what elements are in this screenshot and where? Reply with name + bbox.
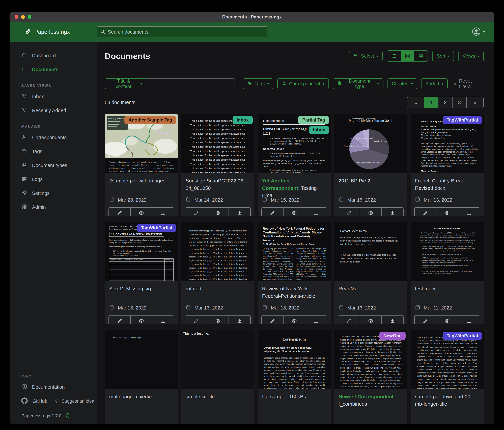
document-title[interactable]: file-sample_150kBs: [262, 393, 326, 400]
edit-button[interactable]: [185, 208, 207, 216]
edit-button[interactable]: [262, 316, 283, 324]
download-button[interactable]: [458, 208, 480, 216]
view-button[interactable]: [283, 208, 305, 216]
tag-badge[interactable]: NewOne: [379, 332, 405, 340]
download-button[interactable]: [152, 208, 174, 216]
pagination-next[interactable]: »: [466, 97, 483, 108]
sidebar-item-inbox[interactable]: Inbox: [9, 90, 97, 103]
info-circle-icon[interactable]: [66, 413, 71, 419]
document-title[interactable]: French Country Bread Revised.docx: [415, 177, 479, 192]
view-button[interactable]: [207, 208, 228, 216]
download-button[interactable]: [381, 316, 403, 324]
document-card[interactable]: This is a test file. simple txt file: [181, 330, 254, 424]
document-thumbnail[interactable]: Review of New York Federal Petitions for…: [258, 222, 331, 281]
document-title[interactable]: rotated: [186, 285, 250, 292]
document-thumbnail[interactable]: Lorem ipsumLorem ipsum dolor sit amet, c…: [258, 330, 331, 389]
zoom-window-button[interactable]: [28, 15, 31, 19]
document-title[interactable]: simple txt file: [186, 393, 250, 400]
download-button[interactable]: [381, 208, 403, 216]
view-button[interactable]: [207, 316, 228, 324]
document-card[interactable]: TagWithPartial Application for Medical S…: [105, 222, 178, 324]
document-card[interactable]: This is the text that appears on the fir…: [181, 222, 254, 324]
user-menu[interactable]: ▾: [472, 27, 495, 37]
edit-button[interactable]: [415, 208, 436, 216]
view-button[interactable]: [283, 316, 305, 324]
document-title[interactable]: Sec 11-Missing sig: [109, 285, 173, 292]
select-button[interactable]: Select▾: [349, 51, 383, 61]
tag-badge[interactable]: Inbox: [309, 126, 329, 134]
document-title[interactable]: Review-of-New-York-Federal-Petitions-art…: [262, 285, 326, 299]
list-view-button[interactable]: [387, 51, 401, 61]
correspondent-link[interactable]: Newest Correspondent: [339, 394, 394, 399]
edit-button[interactable]: [109, 208, 130, 216]
sidebar-item-github[interactable]: GitHub: [9, 394, 47, 408]
sidebar-item-admin[interactable]: Admin: [9, 200, 97, 214]
edit-button[interactable]: [338, 208, 360, 216]
view-button[interactable]: [360, 208, 381, 216]
edit-button[interactable]: [185, 316, 207, 324]
sidebar-item-logs[interactable]: Logs: [9, 172, 97, 186]
document-title[interactable]: multi-page-mixedxx: [109, 393, 173, 400]
correspondent-link[interactable]: Yet Another Correspondent: [262, 178, 298, 191]
created-filter-button[interactable]: Created▾: [387, 78, 417, 89]
tag-badge[interactable]: Inbox: [233, 116, 253, 124]
tag-badge[interactable]: Another Sample Tag: [124, 116, 176, 124]
pagination-prev[interactable]: «: [407, 97, 424, 108]
document-card[interactable]: Inbox This is a test for the double spac…: [181, 114, 254, 216]
document-card[interactable]: Partial TagInbox Release NotesSimba ODBC…: [258, 114, 331, 216]
sidebar-item-documents[interactable]: Documents: [9, 63, 97, 76]
sidebar-item-correspondents[interactable]: Correspondents: [9, 131, 97, 144]
tag-badge[interactable]: Partial Tag: [298, 116, 329, 124]
view-button[interactable]: [436, 208, 458, 216]
document-card[interactable]: Review of New York Federal Petitions for…: [258, 222, 331, 324]
view-button[interactable]: [130, 208, 152, 216]
document-title[interactable]: ReadMe: [339, 285, 403, 292]
edit-button[interactable]: [109, 316, 130, 324]
document-thumbnail[interactable]: This is the text that appears on the fir…: [181, 222, 254, 281]
app-brand[interactable]: Paperless-ngx: [9, 28, 97, 36]
document-card[interactable]: Patient BP Distribution 2011Normal, 151,…: [334, 114, 407, 216]
document-card[interactable]: Adobe Acrobat PDF FilesAdobe® Portable D…: [411, 222, 484, 324]
document-type-filter-button[interactable]: Document type▾: [333, 78, 383, 89]
edit-button[interactable]: [338, 316, 360, 324]
pagination-page-3[interactable]: 3: [452, 97, 466, 108]
sidebar-item-settings[interactable]: Settings: [9, 186, 97, 200]
download-button[interactable]: [305, 208, 327, 216]
document-card[interactable]: This is a multi page document. Page 1. m…: [105, 330, 178, 424]
download-button[interactable]: [228, 208, 250, 216]
document-title[interactable]: test_new: [415, 285, 479, 292]
minimize-window-button[interactable]: [21, 15, 25, 19]
sort-button[interactable]: Sort▾: [432, 51, 454, 61]
pagination-page-2[interactable]: 2: [438, 97, 452, 108]
tags-filter-button[interactable]: Tags▾: [243, 78, 273, 89]
detail-view-button[interactable]: [414, 51, 428, 61]
document-card[interactable]: Another Sample Tag Boundary Waters TripG…: [105, 114, 178, 216]
title-content-filter-input[interactable]: [146, 78, 235, 89]
download-button[interactable]: [152, 316, 174, 324]
sidebar-item-tags[interactable]: Tags: [9, 144, 97, 159]
edit-button[interactable]: [262, 208, 283, 216]
document-card[interactable]: Contact Sheet DemoGiven a set of image f…: [334, 222, 407, 324]
views-button[interactable]: Views▾: [458, 51, 484, 61]
pagination-page-1[interactable]: 1: [424, 97, 438, 108]
added-filter-button[interactable]: Added▾: [421, 78, 448, 89]
view-button[interactable]: [436, 316, 458, 324]
view-button[interactable]: [360, 316, 381, 324]
global-search[interactable]: [97, 26, 267, 37]
download-button[interactable]: [305, 316, 327, 324]
document-card[interactable]: TagWithPartial Lorem ipsum dolor sit ame…: [411, 330, 484, 424]
document-thumbnail[interactable]: Patient BP Distribution 2011Normal, 151,…: [334, 114, 407, 173]
tag-badge[interactable]: TagWithPartial: [443, 116, 482, 124]
grid-view-button[interactable]: [401, 51, 414, 61]
view-button[interactable]: [130, 316, 152, 324]
document-title[interactable]: 2011 BP Pie 2: [339, 177, 403, 185]
sidebar-item-dashboard[interactable]: Dashboard: [9, 49, 97, 63]
document-thumbnail[interactable]: Adobe Acrobat PDF FilesAdobe® Portable D…: [411, 222, 484, 281]
document-title[interactable]: Newest Correspondent: f_combineds: [339, 393, 403, 408]
sidebar-item-suggest-idea[interactable]: Suggest an idea: [47, 395, 94, 408]
document-card[interactable]: NewOne Lorem ipsum dolor sit amet, conse…: [334, 330, 407, 424]
document-card[interactable]: Lorem ipsumLorem ipsum dolor sit amet, c…: [258, 330, 331, 424]
search-input[interactable]: [108, 29, 264, 35]
document-title[interactable]: Sonstige ScanPC2022 03-24_081058: [186, 177, 250, 192]
tag-badge[interactable]: TagWithPartial: [137, 224, 176, 232]
